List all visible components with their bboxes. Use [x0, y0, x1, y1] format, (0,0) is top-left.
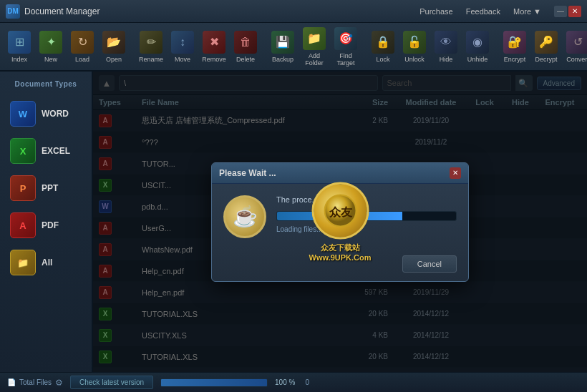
total-files-icon: 📄	[7, 378, 16, 386]
toolbar-convert[interactable]: ↺ Convert	[563, 28, 587, 66]
excel-icon: X	[10, 138, 36, 164]
content-area: ▲ \ 🔍 Advanced Types File Name Size Modi…	[93, 72, 587, 372]
sidebar-item-excel[interactable]: X EXCEL	[3, 134, 89, 168]
sidebar: Document Types W WORD X EXCEL P PPT A PD…	[0, 72, 93, 372]
delete-icon: 🗑	[234, 31, 257, 54]
toolbar-rename[interactable]: ✏ Rename	[136, 28, 166, 66]
unlock-label: Unlock	[404, 56, 425, 63]
wait-progress-bar	[276, 211, 457, 221]
sidebar-item-pdf[interactable]: A PDF	[3, 208, 89, 242]
excel-label: EXCEL	[42, 146, 70, 156]
toolbar-move[interactable]: ↕ Move	[168, 28, 198, 66]
rename-icon: ✏	[140, 31, 162, 54]
new-icon: ✦	[39, 31, 62, 54]
purchase-btn[interactable]: Purchase	[414, 6, 458, 17]
word-icon: W	[10, 101, 36, 127]
move-icon: ↕	[171, 31, 194, 54]
main-area: Document Types W WORD X EXCEL P PPT A PD…	[0, 72, 587, 372]
more-btn[interactable]: More ▼	[508, 6, 547, 17]
ppt-label: PPT	[42, 183, 58, 193]
unhide-label: Unhide	[467, 56, 488, 63]
remove-icon: ✖	[203, 31, 225, 54]
backup-icon: 💾	[271, 31, 294, 54]
wait-dialog-body: ☕ The proce... Loading files...	[212, 184, 468, 250]
total-files-section: 📄 Total Files ⚙	[7, 378, 63, 388]
remove-label: Remove	[202, 56, 226, 63]
index-label: Index	[11, 56, 27, 63]
sidebar-item-ppt[interactable]: P PPT	[3, 171, 89, 205]
sidebar-item-all[interactable]: 📁 All	[3, 245, 89, 280]
sidebar-title: Document Types	[0, 77, 92, 94]
feedback-btn[interactable]: Feedback	[460, 6, 506, 17]
toolbar-index[interactable]: ⊞ Index	[4, 28, 34, 66]
total-files-label: Total Files	[19, 378, 52, 386]
encrypt-label: Encrypt	[504, 56, 526, 63]
progress-label: 100 %	[275, 378, 295, 386]
wait-dialog-footer: Cancel	[212, 250, 468, 281]
wait-dialog: Please Wait ... ✕ ☕ The proce... Loading…	[211, 162, 469, 282]
move-label: Move	[175, 56, 190, 63]
pdf-label: PDF	[42, 220, 59, 230]
toolbar-add-folder[interactable]: 📁 Add Folder	[299, 24, 329, 69]
toolbar-find-target[interactable]: 🎯 Find Target	[331, 24, 361, 69]
progress-bar	[160, 378, 268, 387]
hide-label: Hide	[440, 56, 453, 63]
minimize-button[interactable]: —	[554, 6, 567, 17]
unlock-icon: 🔓	[403, 31, 426, 54]
lock-icon: 🔒	[372, 31, 394, 54]
coffee-icon: ☕	[223, 195, 266, 238]
ppt-icon: P	[10, 175, 36, 201]
rename-label: Rename	[139, 56, 163, 63]
close-button[interactable]: ✕	[568, 6, 581, 17]
find-target-label: Find Target	[332, 52, 359, 67]
toolbar-remove[interactable]: ✖ Remove	[199, 28, 229, 66]
add-folder-label: Add Folder	[301, 52, 328, 67]
unhide-icon: ◉	[466, 31, 489, 54]
progress-bar-fill	[161, 379, 267, 386]
index-icon: ⊞	[8, 31, 31, 54]
modal-overlay: Please Wait ... ✕ ☕ The proce... Loading…	[93, 72, 587, 372]
toolbar-encrypt[interactable]: 🔐 Encrypt	[500, 28, 530, 66]
toolbar-backup[interactable]: 💾 Backup	[268, 28, 298, 66]
window-controls: — ✕	[554, 6, 581, 17]
delete-label: Delete	[236, 56, 255, 63]
find-target-icon: 🎯	[334, 27, 357, 50]
wait-loading-text: Loading files...	[276, 225, 457, 233]
wait-progress-fill	[277, 212, 402, 220]
toolbar-unlock[interactable]: 🔓 Unlock	[399, 28, 430, 66]
toolbar-unhide[interactable]: ◉ Unhide	[462, 28, 493, 66]
wait-dialog-titlebar: Please Wait ... ✕	[212, 163, 468, 184]
decrypt-label: Decrypt	[535, 56, 557, 63]
sidebar-item-word[interactable]: W WORD	[3, 97, 89, 131]
app-title: Document Manager	[24, 6, 414, 16]
word-label: WORD	[42, 109, 69, 119]
check-version-button[interactable]: Check latest version	[70, 376, 153, 389]
toolbar-open[interactable]: 📂 Open	[99, 28, 129, 66]
top-menu: Purchase Feedback More ▼	[414, 6, 547, 17]
wait-dialog-title: Please Wait ...	[219, 168, 276, 178]
wait-dialog-close-button[interactable]: ✕	[450, 167, 461, 179]
add-folder-icon: 📁	[303, 27, 326, 50]
lock-label: Lock	[376, 56, 389, 63]
settings-icon[interactable]: ⚙	[55, 378, 63, 388]
load-icon: ↻	[71, 31, 94, 54]
toolbar: ⊞ Index ✦ New ↻ Load 📂 Open ✏ Rename ↕ M…	[0, 23, 587, 72]
toolbar-new[interactable]: ✦ New	[36, 28, 66, 66]
open-label: Open	[106, 56, 122, 63]
hide-icon: 👁	[435, 31, 457, 54]
decrypt-icon: 🔑	[535, 31, 558, 54]
toolbar-decrypt[interactable]: 🔑 Decrypt	[531, 28, 561, 66]
toolbar-hide[interactable]: 👁 Hide	[431, 28, 461, 66]
toolbar-load[interactable]: ↻ Load	[67, 28, 97, 66]
load-label: Load	[75, 56, 89, 63]
all-icon: 📁	[10, 250, 36, 275]
pdf-icon: A	[10, 212, 36, 238]
all-label: All	[42, 258, 52, 268]
backup-label: Backup	[272, 56, 294, 63]
wait-content: The proce... Loading files...	[276, 195, 457, 233]
convert-icon: ↺	[566, 31, 587, 54]
cancel-button[interactable]: Cancel	[402, 255, 457, 273]
toolbar-delete[interactable]: 🗑 Delete	[231, 28, 261, 66]
toolbar-lock[interactable]: 🔒 Lock	[368, 28, 398, 66]
encrypt-icon: 🔐	[503, 31, 526, 54]
